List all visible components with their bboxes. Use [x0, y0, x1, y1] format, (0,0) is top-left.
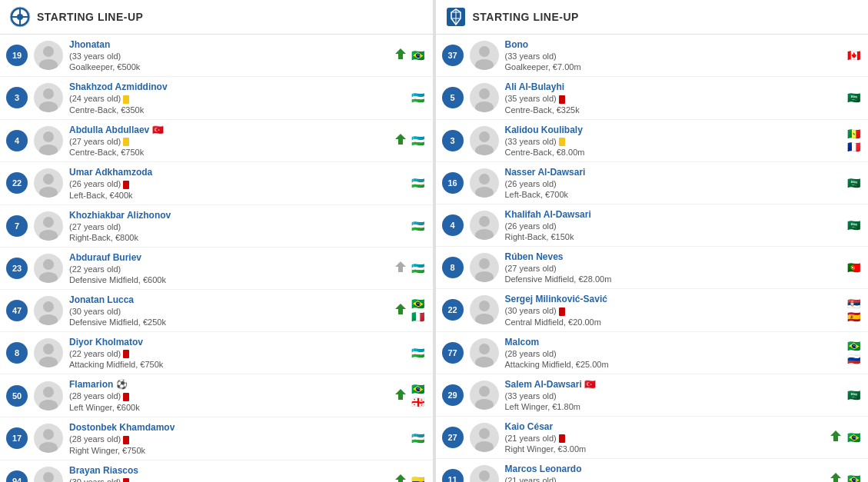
player-name[interactable]: Nasser Al-Dawsari [505, 167, 846, 178]
red-card-icon [123, 478, 129, 482]
player-action-icons: 🇺🇿 [394, 260, 427, 277]
player-position: Right Winger, €750k [69, 446, 410, 455]
player-name[interactable]: Kalidou Koulibaly [505, 125, 846, 135]
player-number: 16 [442, 172, 464, 194]
player-position: Attacking Midfield, €750k [69, 360, 410, 369]
player-name[interactable]: Jhonatan [69, 39, 394, 50]
player-row: 50 Flamarion ⚽(28 years old) Left Winger… [0, 374, 433, 417]
player-number: 7 [6, 215, 28, 237]
player-row: 8 Diyor Kholmatov(22 years old) Attackin… [0, 332, 433, 375]
player-name[interactable]: Bono [505, 39, 846, 50]
substitution-icon [394, 260, 407, 277]
svg-point-14 [39, 230, 58, 241]
svg-point-39 [475, 187, 494, 198]
player-name[interactable]: Brayan Riascos [69, 465, 394, 476]
svg-point-51 [475, 441, 494, 452]
player-photo [34, 168, 63, 198]
player-row: 29 Salem Al-Dawsari 🇹🇷(33 years old)Left… [436, 374, 869, 417]
player-row: 3 Kalidou Koulibaly(33 years old) Centre… [436, 120, 869, 163]
player-detail: (27 years old) [69, 137, 394, 147]
substitution-icon [829, 471, 843, 482]
player-name[interactable]: Abdulla Abdullaev 🇹🇷 [69, 125, 394, 135]
svg-point-22 [39, 357, 58, 367]
svg-point-42 [479, 258, 490, 269]
team1-panel: STARTING LINE-UP 19 Jhonatan(33 years ol… [0, 0, 433, 482]
player-flags: 🇧🇷🇬🇪 [410, 384, 427, 408]
player-name[interactable]: Flamarion ⚽ [69, 379, 394, 390]
player-row: 4 Abdulla Abdullaev 🇹🇷(27 years old) Cen… [0, 120, 433, 163]
player-name[interactable]: Diyor Kholmatov [69, 337, 410, 347]
player-name[interactable]: Sergej Milinković-Savić [505, 294, 846, 304]
substitution-icon [394, 387, 407, 404]
svg-point-38 [479, 174, 490, 184]
player-action-icons: 🇧🇷 [829, 429, 862, 446]
player-flags: 🇺🇿 [410, 347, 427, 359]
main-container: STARTING LINE-UP 19 Jhonatan(33 years ol… [0, 0, 868, 482]
svg-point-27 [39, 442, 58, 453]
player-name[interactable]: Umar Adkhamzoda [69, 167, 410, 178]
team2-logo [445, 6, 467, 28]
svg-point-7 [39, 101, 58, 112]
player-photo [34, 467, 63, 482]
player-photo [470, 253, 499, 282]
player-name[interactable]: Rúben Neves [505, 251, 846, 262]
svg-point-33 [475, 59, 494, 70]
player-name[interactable]: Malcom [505, 337, 846, 347]
player-name[interactable]: Salem Al-Dawsari 🇹🇷 [505, 379, 846, 390]
player-number: 27 [442, 427, 464, 448]
player-position: Goalkeeper, €7.00m [505, 62, 846, 71]
player-name[interactable]: Jonatan Lucca [69, 294, 394, 305]
player-photo [34, 338, 63, 367]
player-info: Sergej Milinković-Savić(30 years old) Ce… [505, 294, 846, 327]
player-info: Abdurauf Buriev(22 years old)Defensive M… [69, 252, 394, 284]
player-action-icons: 🇵🇹 [845, 262, 862, 274]
svg-point-11 [43, 174, 54, 184]
player-name[interactable]: Dostonbek Khamdamov [69, 422, 410, 433]
svg-point-23 [43, 387, 54, 397]
player-name[interactable]: Kaio César [505, 421, 830, 432]
player-flags: 🇷🇸🇪🇸 [845, 298, 862, 322]
substitution-icon [394, 47, 407, 64]
svg-point-18 [43, 301, 54, 312]
player-photo [34, 83, 63, 112]
flag-icon: 🇺🇿 [410, 92, 427, 104]
flag-icon: 🇨🇦 [845, 50, 862, 61]
player-flags: 🇸🇳🇫🇷 [845, 128, 862, 153]
player-row: 23 Abdurauf Buriev(22 years old)Defensiv… [0, 248, 433, 290]
svg-point-19 [39, 314, 58, 325]
player-position: Centre-Back, €750k [69, 148, 394, 157]
team2-header: STARTING LINE-UP [436, 0, 869, 35]
player-action-icons: 🇧🇷🇷🇺 [845, 341, 862, 365]
svg-point-4 [39, 59, 58, 70]
player-detail: (27 years old) [69, 222, 410, 231]
flag-icon: 🇧🇷 [845, 341, 862, 352]
player-name[interactable]: Abdurauf Buriev [69, 252, 394, 263]
player-info: Salem Al-Dawsari 🇹🇷(33 years old)Left Wi… [505, 379, 846, 411]
player-name[interactable]: Ali Al-Bulayhi [505, 81, 846, 92]
player-position: Right-Back, €800k [69, 233, 410, 242]
flag-icon: 🇷🇺 [845, 354, 862, 365]
player-number: 8 [6, 342, 28, 364]
player-number: 23 [6, 258, 28, 279]
player-position: Defensive Midfield, €600k [69, 275, 394, 284]
player-info: Bono(33 years old)Goalkeeper, €7.00m [505, 39, 846, 71]
player-detail: (33 years old) [505, 137, 846, 147]
player-info: Rúben Neves(27 years old)Defensive Midfi… [505, 251, 846, 284]
flag-icon: 🇮🇹 [410, 311, 427, 323]
svg-point-34 [479, 88, 490, 99]
player-row: 77 Malcom(28 years old)Attacking Midfiel… [436, 332, 869, 374]
player-name[interactable]: Marcos Leonardo [505, 464, 830, 474]
player-position: Centre-Back, €8.00m [505, 148, 846, 157]
yellow-card-icon [559, 138, 565, 146]
player-flags: 🇧🇷 [410, 50, 427, 61]
red-card-icon [559, 95, 565, 104]
player-name[interactable]: Khalifah Al-Dawsari [505, 209, 846, 220]
player-detail: (30 years old) [69, 307, 394, 316]
svg-point-49 [475, 399, 494, 410]
player-flags: 🇸🇦 [845, 178, 862, 189]
player-name[interactable]: Khozhiakbar Alizhonov [69, 210, 410, 221]
flag-icon: 🇺🇿 [410, 262, 427, 274]
player-name[interactable]: Shakhzod Azmiddinov [69, 81, 410, 92]
flag-icon: 🇸🇦 [845, 92, 862, 104]
flag-icon: 🇺🇿 [410, 347, 427, 359]
